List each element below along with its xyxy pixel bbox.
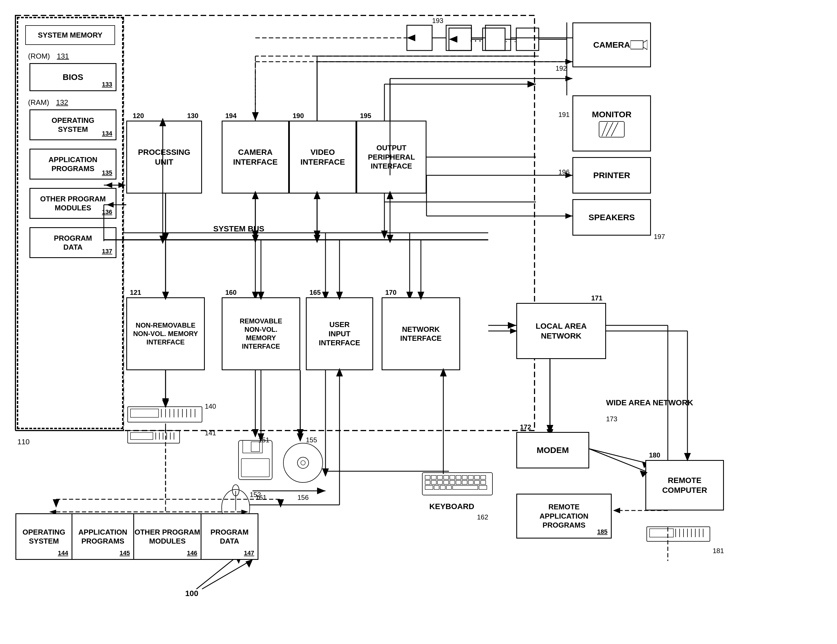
pu-ref-top: 120 [133, 111, 144, 120]
svg-rect-102 [440, 485, 445, 490]
cd-illustration [281, 438, 325, 489]
remote-app-box: REMOTEAPPLICATIONPROGRAMS 185 [516, 494, 612, 539]
operating-system-box: OPERATINGSYSTEM 134 [30, 110, 117, 140]
svg-rect-89 [481, 475, 486, 479]
svg-marker-63 [252, 429, 259, 438]
hdd-illustration [126, 404, 205, 428]
ref-156: 156 [297, 494, 309, 501]
vid-iface-label: VIDEOINTERFACE [300, 147, 345, 167]
svg-marker-74 [643, 40, 647, 50]
ref-196: 196 [558, 168, 569, 176]
app-label: APPLICATIONPROGRAMS [49, 155, 97, 173]
removable-box: REMOVABLENON-VOL.MEMORYINTERFACE 160 [222, 297, 300, 370]
wan-label: WIDE AREA NETWORK [606, 398, 693, 407]
svg-rect-98 [474, 480, 479, 484]
svg-line-53 [589, 449, 645, 463]
pu-label: PROCESSINGUNIT [138, 147, 190, 167]
svg-rect-213 [407, 25, 432, 51]
svg-marker-210 [613, 508, 620, 513]
monitor-label: MONITOR [592, 109, 631, 120]
out-periph-label: OUTPUTPERIPHERALINTERFACE [368, 143, 415, 171]
remote-app-label: REMOTEAPPLICATIONPROGRAMS [540, 502, 588, 530]
svg-rect-214 [446, 25, 471, 51]
keyboard-group [421, 471, 494, 500]
svg-rect-215 [486, 25, 511, 51]
modem-ref: 172 [520, 423, 531, 431]
svg-marker-162 [565, 59, 573, 64]
ref-151: 151 [258, 436, 269, 444]
svg-rect-93 [444, 480, 449, 484]
bios-ref: 133 [102, 80, 112, 88]
ref-141: 141 [205, 429, 216, 437]
svg-marker-6 [162, 233, 169, 241]
keyboard-label: KEYBOARD [429, 502, 474, 511]
rem-ref: 160 [225, 288, 236, 297]
svg-rect-105 [479, 485, 487, 490]
svg-marker-15 [381, 231, 388, 239]
bottom-table: OPERATINGSYSTEM 144 APPLICATIONPROGRAMS … [15, 513, 258, 560]
non-rem-label: NON-REMOVABLENON-VOL. MEMORYINTERFACE [133, 321, 198, 346]
other-label: OTHER PROGRAMMODULES [40, 194, 106, 213]
svg-rect-121 [130, 433, 153, 439]
svg-rect-104 [453, 485, 478, 490]
camera-box: CAMERA [573, 23, 651, 67]
vid-iface-ref: 190 [293, 111, 304, 120]
svg-rect-88 [474, 475, 479, 479]
svg-rect-86 [462, 475, 467, 479]
svg-rect-101 [434, 485, 439, 490]
other-program-modules-box: OTHER PROGRAMMODULES 136 [30, 188, 117, 219]
svg-rect-128 [238, 440, 272, 480]
program-data-box: PROGRAMDATA 137 [30, 227, 117, 258]
svg-rect-82 [437, 475, 443, 479]
bios-label: BIOS [62, 72, 83, 82]
net-iface-label: NETWORKINTERFACE [400, 325, 441, 343]
svg-marker-220 [407, 34, 415, 41]
ref-192: 192 [556, 64, 567, 72]
svg-point-132 [283, 443, 323, 482]
lan-box: LOCAL AREANETWORK 171 [516, 303, 606, 359]
ref-173: 173 [606, 415, 617, 423]
svg-marker-174 [565, 213, 573, 219]
monitor-box: MONITOR [573, 95, 651, 151]
ref-140: 140 [205, 403, 216, 410]
system-bus-label: SYSTEM BUS [213, 224, 264, 233]
printer-box: PRINTER [573, 157, 651, 193]
svg-line-71 [197, 556, 238, 589]
svg-marker-69 [277, 499, 284, 508]
os-ref: 134 [102, 129, 112, 138]
svg-marker-159 [314, 235, 320, 243]
svg-marker-37 [449, 36, 457, 43]
keyboard-ref: 162 [477, 513, 488, 521]
ref-197: 197 [654, 233, 665, 241]
bios-box: BIOS 133 [30, 63, 117, 91]
svg-text:. . .: . . . [470, 34, 481, 43]
svg-rect-85 [456, 475, 461, 479]
svg-point-133 [297, 457, 309, 469]
svg-rect-79 [422, 473, 492, 495]
ref-110: 110 [17, 438, 30, 446]
svg-rect-95 [456, 480, 461, 484]
printer-label: PRINTER [593, 170, 630, 180]
application-programs-box: APPLICATIONPROGRAMS 135 [30, 149, 117, 180]
user-input-label: USERINPUTINTERFACE [319, 320, 360, 347]
app-ref: 135 [102, 169, 112, 177]
remote-app-ref: 185 [597, 528, 607, 536]
pu-ref-130: 130 [187, 111, 199, 120]
svg-rect-110 [130, 409, 159, 417]
camera-label: CAMERA [593, 39, 630, 50]
cam-iface-ref: 194 [225, 111, 236, 120]
modem-box: MODEM 172 [516, 432, 589, 469]
ref-181: 181 [713, 547, 724, 555]
svg-marker-29 [252, 112, 259, 121]
video-interface-box: VIDEOINTERFACE 190 [289, 121, 356, 193]
system-memory-label-box: SYSTEM MEMORY [25, 25, 115, 45]
svg-rect-81 [431, 475, 436, 479]
hdd2-illustration [126, 429, 182, 447]
svg-marker-43 [527, 81, 536, 87]
cam-iface-label: CAMERAINTERFACE [233, 147, 278, 167]
svg-rect-83 [444, 475, 449, 479]
svg-rect-97 [468, 480, 473, 484]
ref-193: 193 [432, 17, 443, 25]
svg-rect-92 [437, 480, 443, 484]
svg-marker-68 [53, 499, 59, 508]
